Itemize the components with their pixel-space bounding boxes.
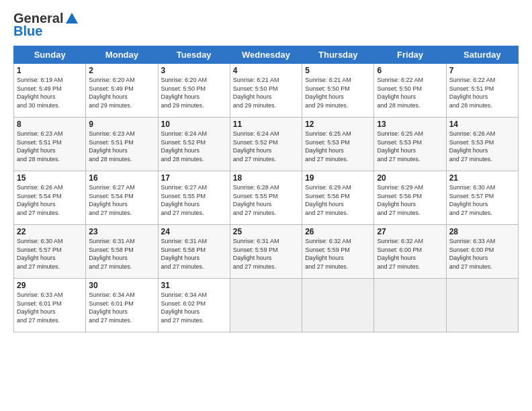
calendar-cell: 17Sunrise: 6:27 AMSunset: 5:55 PMDayligh…	[158, 171, 230, 225]
calendar-header-wednesday: Wednesday	[230, 46, 302, 64]
calendar-cell: 16Sunrise: 6:27 AMSunset: 5:54 PMDayligh…	[86, 171, 158, 225]
day-info: Sunrise: 6:23 AMSunset: 5:51 PMDaylight …	[17, 130, 83, 163]
calendar-cell: 26Sunrise: 6:32 AMSunset: 5:59 PMDayligh…	[302, 225, 374, 279]
calendar-cell: 8Sunrise: 6:23 AMSunset: 5:51 PMDaylight…	[14, 118, 86, 171]
day-number: 5	[305, 66, 371, 75]
day-info: Sunrise: 6:30 AMSunset: 5:57 PMDaylight …	[449, 183, 515, 217]
day-number: 7	[449, 66, 515, 75]
day-info: Sunrise: 6:32 AMSunset: 5:59 PMDaylight …	[305, 237, 371, 271]
day-number: 17	[161, 173, 227, 183]
day-number: 31	[161, 281, 227, 290]
day-number: 21	[449, 173, 515, 183]
calendar-cell: 7Sunrise: 6:22 AMSunset: 5:51 PMDaylight…	[446, 64, 518, 118]
calendar-header-friday: Friday	[374, 46, 446, 64]
calendar-cell: 29Sunrise: 6:33 AMSunset: 6:01 PMDayligh…	[14, 279, 86, 332]
day-info: Sunrise: 6:26 AMSunset: 5:54 PMDaylight …	[17, 183, 83, 217]
day-info: Sunrise: 6:30 AMSunset: 5:57 PMDaylight …	[17, 237, 83, 271]
calendar-cell: 22Sunrise: 6:30 AMSunset: 5:57 PMDayligh…	[14, 225, 86, 279]
day-number: 1	[17, 66, 83, 75]
header: General Blue	[13, 11, 519, 39]
calendar-table: SundayMondayTuesdayWednesdayThursdayFrid…	[13, 46, 519, 332]
day-number: 26	[305, 227, 371, 236]
calendar-header-saturday: Saturday	[446, 46, 518, 64]
day-number: 25	[233, 227, 299, 236]
day-number: 6	[377, 66, 443, 75]
day-number: 18	[233, 173, 299, 183]
day-info: Sunrise: 6:23 AMSunset: 5:51 PMDaylight …	[89, 130, 154, 163]
day-info: Sunrise: 6:32 AMSunset: 6:00 PMDaylight …	[377, 237, 443, 271]
day-number: 9	[89, 120, 154, 129]
day-info: Sunrise: 6:27 AMSunset: 5:54 PMDaylight …	[89, 183, 154, 217]
day-number: 30	[89, 281, 154, 290]
day-number: 10	[161, 120, 227, 129]
calendar-cell: 9Sunrise: 6:23 AMSunset: 5:51 PMDaylight…	[86, 118, 158, 171]
calendar-cell: 6Sunrise: 6:22 AMSunset: 5:50 PMDaylight…	[374, 64, 446, 118]
day-number: 11	[233, 120, 299, 129]
calendar-cell: 14Sunrise: 6:26 AMSunset: 5:53 PMDayligh…	[446, 118, 518, 171]
day-number: 3	[161, 66, 227, 75]
calendar-week-4: 22Sunrise: 6:30 AMSunset: 5:57 PMDayligh…	[14, 225, 519, 279]
logo: General Blue	[13, 11, 79, 39]
day-number: 12	[305, 120, 371, 129]
day-info: Sunrise: 6:33 AMSunset: 6:01 PMDaylight …	[17, 291, 83, 324]
day-info: Sunrise: 6:26 AMSunset: 5:53 PMDaylight …	[449, 130, 515, 163]
svg-marker-0	[66, 13, 78, 24]
day-info: Sunrise: 6:33 AMSunset: 6:00 PMDaylight …	[449, 237, 515, 271]
calendar-cell: 11Sunrise: 6:24 AMSunset: 5:52 PMDayligh…	[230, 118, 302, 171]
day-number: 29	[17, 281, 83, 290]
day-number: 20	[377, 173, 443, 183]
calendar-cell: 10Sunrise: 6:24 AMSunset: 5:52 PMDayligh…	[158, 118, 230, 171]
day-number: 2	[89, 66, 154, 75]
calendar-cell: 1Sunrise: 6:19 AMSunset: 5:49 PMDaylight…	[14, 64, 86, 118]
calendar-cell: 21Sunrise: 6:30 AMSunset: 5:57 PMDayligh…	[446, 171, 518, 225]
calendar-header-row: SundayMondayTuesdayWednesdayThursdayFrid…	[14, 46, 519, 64]
day-number: 16	[89, 173, 154, 183]
day-info: Sunrise: 6:27 AMSunset: 5:55 PMDaylight …	[161, 183, 227, 217]
logo-icon	[64, 11, 79, 26]
calendar-cell: 23Sunrise: 6:31 AMSunset: 5:58 PMDayligh…	[86, 225, 158, 279]
day-info: Sunrise: 6:21 AMSunset: 5:50 PMDaylight …	[233, 76, 299, 109]
calendar-cell: 20Sunrise: 6:29 AMSunset: 5:56 PMDayligh…	[374, 171, 446, 225]
calendar-header-thursday: Thursday	[302, 46, 374, 64]
calendar-cell: 12Sunrise: 6:25 AMSunset: 5:53 PMDayligh…	[302, 118, 374, 171]
calendar-cell: 18Sunrise: 6:28 AMSunset: 5:55 PMDayligh…	[230, 171, 302, 225]
page: General Blue SundayMondayTuesdayWednesda…	[0, 0, 532, 411]
calendar-header-monday: Monday	[86, 46, 158, 64]
day-info: Sunrise: 6:19 AMSunset: 5:49 PMDaylight …	[17, 76, 83, 109]
day-number: 13	[377, 120, 443, 129]
calendar-cell	[374, 279, 446, 332]
day-info: Sunrise: 6:25 AMSunset: 5:53 PMDaylight …	[377, 130, 443, 163]
day-info: Sunrise: 6:34 AMSunset: 6:01 PMDaylight …	[89, 291, 154, 324]
day-number: 23	[89, 227, 154, 236]
day-info: Sunrise: 6:21 AMSunset: 5:50 PMDaylight …	[305, 76, 371, 109]
day-info: Sunrise: 6:20 AMSunset: 5:50 PMDaylight …	[161, 76, 227, 109]
calendar-cell: 3Sunrise: 6:20 AMSunset: 5:50 PMDaylight…	[158, 64, 230, 118]
calendar-cell: 24Sunrise: 6:31 AMSunset: 5:58 PMDayligh…	[158, 225, 230, 279]
day-number: 22	[17, 227, 83, 236]
calendar-header-sunday: Sunday	[14, 46, 86, 64]
calendar-cell: 13Sunrise: 6:25 AMSunset: 5:53 PMDayligh…	[374, 118, 446, 171]
calendar-cell: 19Sunrise: 6:29 AMSunset: 5:56 PMDayligh…	[302, 171, 374, 225]
day-info: Sunrise: 6:31 AMSunset: 5:59 PMDaylight …	[233, 237, 299, 271]
day-info: Sunrise: 6:25 AMSunset: 5:53 PMDaylight …	[305, 130, 371, 163]
day-number: 14	[449, 120, 515, 129]
day-number: 24	[161, 227, 227, 236]
day-info: Sunrise: 6:24 AMSunset: 5:52 PMDaylight …	[161, 130, 227, 163]
calendar-cell: 15Sunrise: 6:26 AMSunset: 5:54 PMDayligh…	[14, 171, 86, 225]
day-info: Sunrise: 6:29 AMSunset: 5:56 PMDaylight …	[305, 183, 371, 217]
day-info: Sunrise: 6:28 AMSunset: 5:55 PMDaylight …	[233, 183, 299, 217]
calendar-week-1: 1Sunrise: 6:19 AMSunset: 5:49 PMDaylight…	[14, 64, 519, 118]
day-info: Sunrise: 6:24 AMSunset: 5:52 PMDaylight …	[233, 130, 299, 163]
calendar-cell: 2Sunrise: 6:20 AMSunset: 5:49 PMDaylight…	[86, 64, 158, 118]
day-info: Sunrise: 6:29 AMSunset: 5:56 PMDaylight …	[377, 183, 443, 217]
calendar-cell: 25Sunrise: 6:31 AMSunset: 5:59 PMDayligh…	[230, 225, 302, 279]
day-info: Sunrise: 6:34 AMSunset: 6:02 PMDaylight …	[161, 291, 227, 324]
day-number: 19	[305, 173, 371, 183]
calendar-cell	[230, 279, 302, 332]
calendar-week-2: 8Sunrise: 6:23 AMSunset: 5:51 PMDaylight…	[14, 118, 519, 171]
calendar-cell	[446, 279, 518, 332]
day-number: 15	[17, 173, 83, 183]
calendar-cell: 4Sunrise: 6:21 AMSunset: 5:50 PMDaylight…	[230, 64, 302, 118]
day-info: Sunrise: 6:22 AMSunset: 5:51 PMDaylight …	[449, 76, 515, 109]
day-number: 28	[449, 227, 515, 236]
